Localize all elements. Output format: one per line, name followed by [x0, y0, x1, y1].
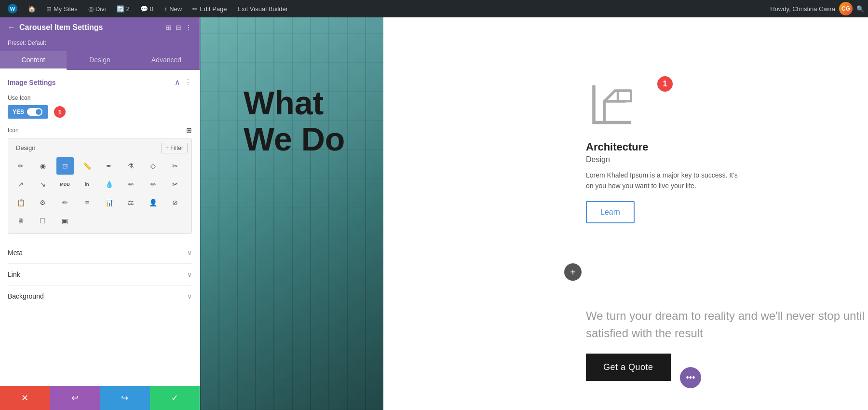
link-arrow: ∨ — [187, 271, 192, 278]
panel-menu-icon[interactable]: ⋮ — [185, 24, 192, 31]
icon-design-tab[interactable]: Design — [12, 142, 39, 153]
link-section: Link ∨ — [8, 263, 192, 285]
undo-button[interactable]: ↩ — [50, 386, 100, 410]
icon-crop[interactable]: ⊡ — [56, 157, 74, 175]
icon-pen[interactable]: ✒ — [100, 157, 118, 175]
icon-pen3[interactable]: ✏ — [145, 176, 162, 193]
wordpress-icon: W — [8, 4, 17, 14]
meta-header[interactable]: Meta ∨ — [8, 249, 192, 257]
new-label: + New — [164, 5, 182, 13]
wp-logo[interactable]: W — [4, 0, 21, 17]
tab-content[interactable]: Content — [0, 51, 67, 70]
icon-arrow-ne[interactable]: ↗ — [12, 176, 29, 193]
carousel-item: 1 Architecture Design Lorem Khaled Ipsum… — [586, 80, 740, 223]
icon-monitor[interactable]: 🖥 — [12, 212, 29, 230]
more-options-button[interactable]: ••• — [680, 367, 701, 388]
preset-selector[interactable]: Preset: Default — [0, 38, 200, 51]
toggle-row: YES 1 — [8, 105, 192, 119]
link-header[interactable]: Link ∨ — [8, 271, 192, 278]
icon-edit2[interactable]: ✏ — [56, 194, 74, 211]
home-nav[interactable]: 🏠 — [24, 0, 40, 17]
comment-bubble-nav[interactable]: 💬 0 — [136, 0, 157, 17]
exit-builder-nav[interactable]: Exit Visual Builder — [234, 0, 292, 17]
icon-chart[interactable]: 📊 — [100, 194, 118, 211]
divi-icon: ◎ — [88, 5, 94, 13]
left-panel: ← Carousel Item Settings ⊞ ⊟ ⋮ Preset: D… — [0, 17, 200, 410]
search-icon[interactable]: 🔍 — [856, 5, 864, 13]
background-title: Background — [8, 292, 44, 300]
tagline-text: We turn your dream to reality and we'll … — [586, 307, 868, 342]
yes-toggle-button[interactable]: YES — [8, 105, 48, 119]
icon-flask[interactable]: ⚗ — [122, 157, 140, 175]
add-element-button[interactable]: + — [564, 263, 582, 281]
divi-label: Divi — [95, 5, 106, 13]
section-menu-icon[interactable]: ⋮ — [184, 78, 192, 87]
exit-builder-label: Exit Visual Builder — [238, 5, 288, 13]
learn-button[interactable]: Learn — [586, 201, 635, 223]
get-a-quote-button[interactable]: Get a Quote — [586, 354, 671, 381]
comments-nav[interactable]: 🔄 2 — [113, 0, 134, 17]
icon-scale[interactable]: ⚖ — [122, 194, 140, 211]
my-sites-label: My Sites — [54, 5, 78, 13]
main-layout: ← Carousel Item Settings ⊞ ⊟ ⋮ Preset: D… — [0, 17, 868, 410]
panel-back-button[interactable]: ← — [8, 23, 15, 32]
bubble-icon: 💬 — [140, 5, 148, 13]
icon-expand-button[interactable]: ⊞ — [186, 126, 192, 134]
icon-scissors[interactable]: ✂ — [166, 157, 184, 175]
icon-cut[interactable]: ✂ — [166, 176, 184, 193]
icon-mdb[interactable]: MDB — [56, 176, 74, 193]
icon-picker-toolbar: Design + Filter — [12, 142, 188, 153]
carousel-description: Lorem Khaled Ipsum is a major key to suc… — [586, 170, 740, 191]
comments-count: 2 — [126, 5, 130, 13]
panel-header: ← Carousel Item Settings ⊞ ⊟ ⋮ — [0, 17, 200, 38]
icon-filter-button[interactable]: + Filter — [161, 143, 188, 153]
icon-person[interactable]: 👤 — [145, 194, 162, 211]
icon-gear[interactable]: ⚙ — [34, 194, 52, 211]
icon-notes[interactable]: 📋 — [12, 194, 29, 211]
building-photo — [200, 17, 383, 410]
icon-pencil[interactable]: ✏ — [12, 157, 29, 175]
icon-list[interactable]: ≡ — [78, 194, 95, 211]
icon-eye[interactable]: ◉ — [34, 157, 52, 175]
use-icon-field: Use Icon YES 1 — [8, 95, 192, 119]
carousel-title: Architecture — [586, 141, 740, 153]
divi-nav[interactable]: ◎ Divi — [84, 0, 110, 17]
cancel-button[interactable]: ✕ — [0, 386, 50, 410]
toggle-slider — [26, 107, 43, 117]
panel-tabs: Content Design Advanced — [0, 51, 200, 70]
save-button[interactable]: ✓ — [150, 386, 200, 410]
resize-icon[interactable]: ⊞ — [166, 24, 172, 31]
icon-arrow-se[interactable]: ↘ — [34, 176, 52, 193]
collapse-icon[interactable]: ∧ — [175, 78, 180, 87]
carousel-badge: 1 — [657, 76, 673, 92]
icon-drop[interactable]: 💧 — [100, 176, 118, 193]
panel-bottom-bar: ✕ ↩ ↪ ✓ — [0, 386, 200, 410]
carousel-subtitle: Design — [586, 155, 740, 164]
icon-ruler[interactable]: 📏 — [78, 157, 95, 175]
yes-label: YES — [13, 109, 24, 115]
split-icon[interactable]: ⊟ — [176, 24, 181, 31]
avatar[interactable]: CG — [839, 2, 853, 15]
meta-title: Meta — [8, 249, 23, 257]
icon-ban[interactable]: ⊘ — [166, 194, 184, 211]
edit-page-nav[interactable]: ✏ Edit Page — [189, 0, 231, 17]
icon-pen2[interactable]: ✏ — [122, 176, 140, 193]
icon-square1[interactable]: ☐ — [34, 212, 52, 230]
icon-square2[interactable]: ▣ — [56, 212, 74, 230]
what-we-do-heading: What We Do — [244, 85, 345, 157]
right-content: What We Do 1 Architecture Design Lorem K… — [200, 17, 868, 410]
background-header[interactable]: Background ∨ — [8, 292, 192, 300]
nav-right-section: Howdy, Christina Gwira CG 🔍 — [770, 2, 864, 15]
carousel-icon-svg — [586, 80, 639, 133]
background-arrow: ∨ — [187, 292, 192, 300]
redo-button[interactable]: ↪ — [100, 386, 150, 410]
carousel-icon-wrapper: 1 — [586, 80, 740, 135]
icon-picker-header: Icon ⊞ — [8, 126, 192, 134]
tab-design[interactable]: Design — [67, 51, 133, 70]
my-sites-nav[interactable]: ⊞ My Sites — [42, 0, 81, 17]
icon-linkedin[interactable]: in — [78, 176, 95, 193]
tab-advanced[interactable]: Advanced — [133, 51, 200, 70]
sites-icon: ⊞ — [46, 5, 52, 13]
new-nav[interactable]: + New — [160, 0, 186, 17]
icon-diamond[interactable]: ◇ — [145, 157, 162, 175]
